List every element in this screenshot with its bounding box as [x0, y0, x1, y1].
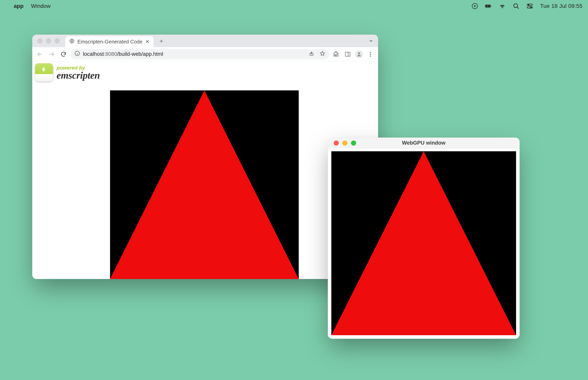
chrome-toolbar: localhost:8080/build-web/app.html — [32, 47, 378, 61]
chrome-traffic-lights[interactable] — [35, 38, 62, 43]
omnibox-port: :8080 — [104, 51, 117, 57]
native-close-button[interactable] — [334, 140, 339, 146]
svg-marker-1 — [474, 5, 476, 7]
chrome-tab-title: Emscripten-Generated Code — [77, 39, 142, 45]
svg-point-24 — [370, 56, 371, 57]
svg-rect-19 — [345, 52, 350, 56]
chrome-tabs-dropdown-icon[interactable] — [367, 38, 375, 43]
profile-avatar-icon[interactable] — [354, 49, 364, 59]
chrome-minimize-button[interactable] — [46, 38, 51, 43]
emscripten-logo-icon — [35, 63, 53, 81]
chrome-reload-button[interactable] — [58, 49, 68, 59]
red-triangle-web — [110, 90, 299, 279]
svg-point-5 — [514, 4, 518, 8]
battery-icon[interactable] — [485, 2, 492, 10]
chrome-tab-close-icon[interactable]: ✕ — [145, 39, 150, 45]
chrome-maximize-button[interactable] — [55, 38, 60, 43]
svg-point-23 — [370, 54, 371, 55]
chrome-new-tab-button[interactable]: ＋ — [157, 37, 166, 45]
control-center-icon[interactable] — [526, 2, 533, 10]
svg-point-22 — [370, 52, 371, 53]
chrome-menu-icon[interactable] — [365, 49, 375, 59]
emscripten-banner: powered by emscripten — [35, 63, 100, 81]
native-traffic-lights[interactable] — [332, 140, 358, 146]
svg-marker-18 — [320, 51, 325, 56]
wifi-icon[interactable] — [499, 2, 506, 10]
native-titlebar[interactable]: WebGPU window — [328, 137, 520, 149]
chrome-window: Emscripten-Generated Code ✕ ＋ localhost:… — [32, 35, 378, 279]
globe-icon — [69, 38, 75, 45]
native-app-window: WebGPU window — [328, 137, 520, 339]
chrome-page-content: powered by emscripten — [32, 61, 378, 279]
chrome-tab[interactable]: Emscripten-Generated Code ✕ — [65, 36, 153, 47]
menubar-app-name[interactable]: app — [14, 3, 24, 9]
menubar-clock[interactable]: Tue 18 Jul 09:55 — [540, 3, 583, 9]
red-triangle-native — [331, 151, 516, 335]
svg-point-8 — [528, 4, 529, 5]
extensions-icon[interactable] — [331, 49, 341, 59]
native-maximize-button[interactable] — [351, 140, 356, 146]
screen-record-icon[interactable] — [471, 2, 478, 10]
chrome-forward-button[interactable] — [47, 49, 57, 59]
chrome-back-button[interactable] — [35, 49, 45, 59]
svg-point-10 — [531, 7, 531, 8]
side-panel-icon[interactable] — [343, 49, 353, 59]
webgpu-canvas-native[interactable] — [331, 151, 516, 335]
chrome-close-button[interactable] — [37, 38, 42, 43]
svg-rect-3 — [491, 5, 491, 6]
svg-line-6 — [517, 7, 519, 9]
emscripten-name-label: emscripten — [57, 71, 100, 80]
svg-point-21 — [358, 52, 360, 55]
macos-menubar: app Window Tue 18 Jul 09:55 — [0, 0, 588, 12]
share-icon[interactable] — [308, 51, 314, 58]
omnibox-host: localhost — [83, 51, 104, 57]
chrome-tabstrip: Emscripten-Generated Code ✕ ＋ — [32, 35, 378, 47]
omnibox-path: /build-web/app.html — [117, 51, 163, 57]
site-info-icon[interactable] — [74, 51, 80, 58]
bookmark-star-icon[interactable] — [320, 51, 325, 58]
webgpu-canvas-web[interactable] — [110, 90, 299, 279]
spotlight-icon[interactable] — [512, 2, 520, 10]
menubar-window-menu[interactable]: Window — [31, 3, 51, 9]
native-minimize-button[interactable] — [342, 140, 347, 146]
chrome-omnibox[interactable]: localhost:8080/build-web/app.html — [70, 49, 329, 59]
